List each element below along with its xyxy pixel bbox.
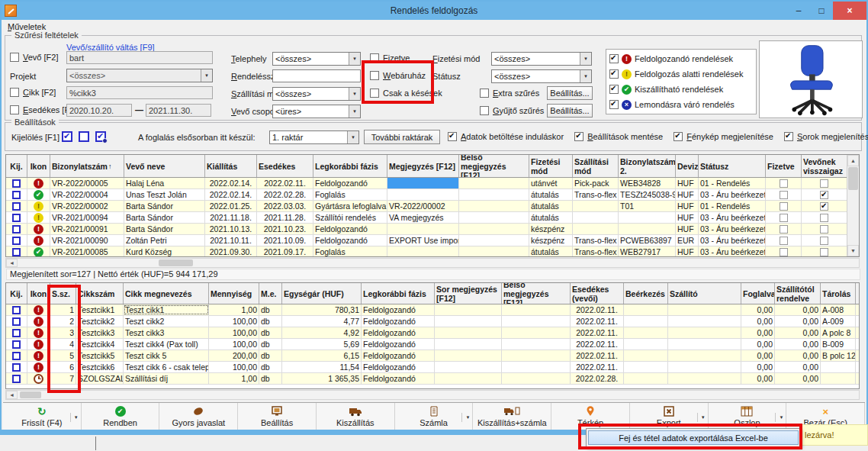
table-cell[interactable] xyxy=(619,224,676,234)
table-cell[interactable] xyxy=(459,235,529,246)
table-cell[interactable] xyxy=(387,178,459,188)
table-row[interactable]: !VR-2021/00090Zoltán Petri2021.10.11.202… xyxy=(6,235,847,246)
checkbox[interactable] xyxy=(370,89,379,98)
column-header[interactable]: Bizonylatszám 2. xyxy=(619,155,676,177)
table-cell[interactable]: 2022.02.11. xyxy=(571,339,624,350)
table-cell[interactable]: 2 xyxy=(50,316,76,327)
webshop-filter-checkbox[interactable]: Webáruház xyxy=(370,71,426,80)
confirmed-checkbox[interactable] xyxy=(820,248,828,256)
table-cell[interactable] xyxy=(6,212,27,223)
row-checkbox[interactable] xyxy=(12,191,21,199)
table-cell[interactable]: ! xyxy=(27,212,50,223)
table-cell[interactable]: 2022.01.25. xyxy=(205,201,257,211)
more-warehouses-button[interactable]: További raktárak xyxy=(364,130,440,144)
table-cell[interactable] xyxy=(435,362,502,372)
table-cell[interactable]: 2021.10.11. xyxy=(205,235,257,246)
column-header[interactable]: Megjegyzés [F12] xyxy=(387,155,459,177)
close-button[interactable]: × xyxy=(833,2,866,20)
table-cell[interactable]: Kurd Község xyxy=(124,246,205,256)
table-cell[interactable]: VR-2022/00002 xyxy=(387,201,459,211)
confirmed-checkbox[interactable] xyxy=(820,202,828,211)
table-cell[interactable]: Feldolgozandó xyxy=(362,350,435,361)
chevron-down-icon[interactable]: ▼ xyxy=(580,70,591,82)
table-cell[interactable]: ! xyxy=(27,201,50,211)
table-cell[interactable]: 0,00 xyxy=(775,316,821,327)
warehouse-combo[interactable]: 1. raktár▼ xyxy=(269,130,359,144)
column-header[interactable]: Ikon xyxy=(27,155,50,177)
paid-checkbox[interactable] xyxy=(780,191,788,199)
table-cell[interactable]: 2022.02.11. xyxy=(571,327,624,338)
column-header[interactable]: Belső megjegyzés [F12] xyxy=(502,283,571,304)
due-from-input[interactable]: 2020.10.20. xyxy=(66,104,132,117)
table-cell[interactable] xyxy=(502,327,571,338)
checkbox[interactable] xyxy=(10,105,19,114)
table-cell[interactable] xyxy=(573,201,619,211)
table-cell[interactable]: Teszt cikk 5 xyxy=(124,350,209,361)
column-header[interactable]: Esedékes (vevői) xyxy=(571,283,624,304)
table-cell[interactable]: VA megjegyzés xyxy=(387,212,459,223)
table-cell[interactable]: ✔ xyxy=(27,189,50,200)
column-header[interactable]: Foglalva xyxy=(741,283,775,304)
table-cell[interactable]: 01 - Rendelés xyxy=(699,178,766,188)
chevron-down-icon[interactable]: ▼ xyxy=(347,131,358,143)
select-none-icon[interactable] xyxy=(79,131,89,142)
table-cell[interactable]: Teszt cikk1 xyxy=(124,304,209,315)
collective-filter-checkbox[interactable]: Gyűjtő szűrés xyxy=(480,106,544,115)
table-cell[interactable] xyxy=(435,339,502,350)
paid-checkbox[interactable] xyxy=(780,248,788,256)
table-cell[interactable]: ! xyxy=(27,350,50,361)
table-cell[interactable] xyxy=(766,189,802,200)
table-cell[interactable]: átutalás xyxy=(529,201,573,211)
table-cell[interactable] xyxy=(668,339,741,350)
table-cell[interactable]: 100,00 xyxy=(209,327,259,338)
table-cell[interactable]: 5,69 xyxy=(282,339,362,350)
table-cell[interactable]: Trans-o-flex xyxy=(573,246,619,256)
table-cell[interactable]: HUF xyxy=(676,201,699,211)
chevron-down-icon[interactable]: ▼ xyxy=(201,69,212,82)
table-cell[interactable] xyxy=(387,246,459,256)
table-cell[interactable] xyxy=(802,246,847,256)
table-cell[interactable]: 0,00 xyxy=(741,327,775,338)
table-cell[interactable]: Tesztcikk6 xyxy=(76,362,124,372)
table-cell[interactable] xyxy=(6,189,27,200)
late-only-filter-checkbox[interactable]: Csak a késések xyxy=(370,89,442,98)
table-cell[interactable]: 2022.02.11. xyxy=(571,362,624,372)
paid-checkbox[interactable] xyxy=(780,202,788,211)
table-cell[interactable]: ! xyxy=(27,339,50,350)
table-cell[interactable]: 6 xyxy=(50,362,76,372)
table-cell[interactable]: Gyártásra lefoglalva xyxy=(313,201,387,211)
table-cell[interactable]: EUR xyxy=(676,235,699,246)
column-header[interactable]: Mennyiség xyxy=(209,283,259,304)
column-header[interactable]: M.e. xyxy=(259,283,282,304)
table-cell[interactable]: 2021.10.13. xyxy=(205,224,257,234)
table-row[interactable]: 7SZOLGSZALLSzállítási díj1,00db1 365,35F… xyxy=(6,373,859,385)
table-cell[interactable] xyxy=(459,178,529,188)
dropdown-caret[interactable]: ▼ xyxy=(70,413,79,422)
table-cell[interactable] xyxy=(6,362,27,372)
table-cell[interactable]: Barta Sándor xyxy=(124,201,205,211)
confirmed-checkbox[interactable] xyxy=(820,191,828,199)
table-cell[interactable]: db xyxy=(259,373,282,384)
orders-horizontal-scrollbar[interactable]: ◄ xyxy=(5,258,860,268)
toolbar-button-gyors-javaslat[interactable]: Gyors javaslat xyxy=(159,403,238,430)
due-to-input[interactable]: 2021.11.30. xyxy=(146,104,211,117)
table-cell[interactable]: db xyxy=(259,304,282,315)
toolbar-button-rendben[interactable]: ✔ Rendben xyxy=(82,403,160,430)
table-cell[interactable]: 2022.02.28. xyxy=(257,189,313,200)
table-cell[interactable] xyxy=(624,373,668,384)
table-cell[interactable]: 0,00 xyxy=(741,362,775,372)
table-cell[interactable]: ! xyxy=(27,362,50,372)
table-cell[interactable]: Feldolgozandó xyxy=(313,224,387,234)
table-cell[interactable] xyxy=(6,304,27,315)
customer-filter-checkbox[interactable]: Vevő [F2] xyxy=(10,53,58,62)
row-checkbox[interactable] xyxy=(12,237,21,245)
checkbox[interactable] xyxy=(609,69,619,79)
table-cell[interactable] xyxy=(802,212,847,223)
checkbox[interactable] xyxy=(609,100,619,109)
table-cell[interactable]: 5 xyxy=(50,350,76,361)
row-checkbox[interactable] xyxy=(12,352,21,360)
table-row[interactable]: !3Tesztcikk3Teszt cikk3100,00db4,92Feldo… xyxy=(6,327,859,339)
table-cell[interactable] xyxy=(821,373,856,384)
table-cell[interactable]: Trans-o-flex xyxy=(573,189,619,200)
items-horizontal-scrollbar[interactable]: ◄ xyxy=(5,390,860,400)
